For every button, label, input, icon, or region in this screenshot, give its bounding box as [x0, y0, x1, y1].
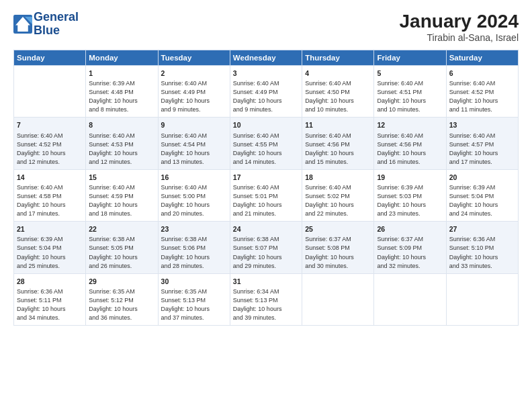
cell-content-line: Sunrise: 6:36 AM [17, 287, 83, 296]
cell-content-line: and 26 minutes. [89, 262, 154, 271]
cell-content-line: and 32 minutes. [377, 262, 443, 271]
cell-content-line: Sunrise: 6:40 AM [233, 183, 299, 192]
calendar-cell: 21Sunrise: 6:39 AMSunset: 5:04 PMDayligh… [14, 222, 86, 273]
calendar-cell [446, 273, 518, 325]
cell-content-line: Sunrise: 6:40 AM [89, 132, 154, 140]
cell-content-line: Daylight: 10 hours [377, 253, 443, 262]
cell-content-line: Sunset: 5:10 PM [449, 244, 515, 253]
cell-content-line: Sunrise: 6:40 AM [449, 79, 515, 88]
cell-content-line: and 33 minutes. [449, 262, 515, 271]
cell-content-line: Daylight: 10 hours [377, 149, 443, 158]
cell-content-line: and 21 minutes. [233, 210, 299, 218]
calendar-cell: 29Sunrise: 6:35 AMSunset: 5:12 PMDayligh… [86, 273, 158, 325]
cell-content-line: and 13 minutes. [161, 158, 227, 167]
cell-content-line: Sunset: 5:04 PM [17, 244, 83, 253]
cell-content-line: Daylight: 10 hours [233, 149, 299, 158]
cell-content-line: Sunrise: 6:40 AM [305, 183, 371, 192]
cell-content-line: Sunrise: 6:40 AM [377, 132, 443, 140]
cell-content-line: and 25 minutes. [17, 262, 83, 271]
calendar-table: SundayMondayTuesdayWednesdayThursdayFrid… [13, 50, 519, 326]
cell-content-line: Daylight: 10 hours [17, 253, 83, 262]
cell-content-line: Sunset: 4:49 PM [233, 88, 299, 97]
cell-content-line: Daylight: 10 hours [377, 201, 443, 210]
cell-content-line: Sunrise: 6:36 AM [449, 235, 515, 244]
calendar-cell: 30Sunrise: 6:35 AMSunset: 5:13 PMDayligh… [158, 273, 230, 325]
cell-content-line: Sunset: 5:13 PM [233, 296, 299, 305]
cell-content-line: Daylight: 10 hours [449, 253, 515, 262]
cell-content-line: Sunset: 5:01 PM [233, 192, 299, 201]
logo-icon [13, 15, 32, 34]
day-number: 10 [233, 120, 299, 130]
day-number: 16 [161, 173, 227, 183]
cell-content-line: Sunrise: 6:37 AM [377, 235, 443, 244]
cell-content-line: Sunrise: 6:40 AM [449, 132, 515, 140]
calendar-cell: 26Sunrise: 6:37 AMSunset: 5:09 PMDayligh… [374, 222, 446, 273]
cell-content-line: Daylight: 10 hours [161, 149, 227, 158]
calendar-cell: 31Sunrise: 6:34 AMSunset: 5:13 PMDayligh… [230, 273, 302, 325]
cell-content-line: Sunset: 5:07 PM [233, 244, 299, 253]
cell-content-line: Sunset: 4:56 PM [305, 140, 371, 149]
cell-content-line: Daylight: 10 hours [449, 201, 515, 210]
calendar-cell: 7Sunrise: 6:40 AMSunset: 4:52 PMDaylight… [14, 118, 86, 169]
cell-content-line: Daylight: 10 hours [17, 305, 83, 314]
day-number: 14 [17, 173, 83, 183]
calendar-cell: 24Sunrise: 6:38 AMSunset: 5:07 PMDayligh… [230, 222, 302, 273]
cell-content-line: and 17 minutes. [449, 158, 515, 167]
cell-content-line: Sunset: 4:59 PM [89, 192, 154, 201]
calendar-cell: 10Sunrise: 6:40 AMSunset: 4:55 PMDayligh… [230, 118, 302, 169]
calendar-cell: 3Sunrise: 6:40 AMSunset: 4:49 PMDaylight… [230, 66, 302, 118]
cell-content-line: Sunset: 5:13 PM [161, 296, 227, 305]
cell-content-line: Sunrise: 6:38 AM [161, 235, 227, 244]
cell-content-line: Daylight: 10 hours [305, 201, 371, 210]
day-number: 30 [161, 277, 227, 287]
cell-content-line: Sunset: 4:53 PM [89, 140, 154, 149]
cell-content-line: Sunrise: 6:40 AM [233, 79, 299, 88]
cell-content-line: and 37 minutes. [161, 314, 227, 322]
calendar-cell: 5Sunrise: 6:40 AMSunset: 4:51 PMDaylight… [374, 66, 446, 118]
cell-content-line: Daylight: 10 hours [89, 305, 154, 314]
cell-content-line: and 36 minutes. [89, 314, 154, 322]
weekday-header-sunday: Sunday [14, 50, 86, 66]
cell-content-line: Sunset: 5:06 PM [161, 244, 227, 253]
day-number: 6 [449, 68, 515, 79]
cell-content-line: and 10 minutes. [305, 105, 371, 114]
day-number: 9 [161, 120, 227, 130]
day-number: 21 [17, 224, 83, 234]
cell-content-line: and 28 minutes. [161, 262, 227, 271]
logo-line2: Blue [34, 24, 79, 38]
cell-content-line: Sunset: 4:50 PM [305, 88, 371, 97]
weekday-header-saturday: Saturday [446, 50, 518, 66]
cell-content-line: Daylight: 10 hours [89, 149, 154, 158]
day-number: 7 [17, 120, 83, 130]
cell-content-line: Sunset: 4:49 PM [161, 88, 227, 97]
cell-content-line: and 20 minutes. [161, 210, 227, 218]
day-number: 23 [161, 224, 227, 234]
day-number: 25 [305, 224, 371, 234]
day-number: 5 [377, 68, 443, 79]
day-number: 13 [449, 120, 515, 130]
cell-content-line: Sunrise: 6:39 AM [89, 79, 154, 88]
cell-content-line: and 8 minutes. [89, 105, 154, 114]
cell-content-line: Sunrise: 6:35 AM [161, 287, 227, 296]
cell-content-line: and 9 minutes. [161, 105, 227, 114]
cell-content-line: Sunset: 5:03 PM [377, 192, 443, 201]
day-number: 24 [233, 224, 299, 234]
cell-content-line: and 12 minutes. [17, 158, 83, 167]
cell-content-line: Sunset: 5:11 PM [17, 296, 83, 305]
cell-content-line: Sunset: 5:05 PM [89, 244, 154, 253]
cell-content-line: Sunrise: 6:37 AM [305, 235, 371, 244]
calendar-week-row: 14Sunrise: 6:40 AMSunset: 4:58 PMDayligh… [14, 169, 519, 221]
weekday-header-thursday: Thursday [302, 50, 374, 66]
calendar-cell: 14Sunrise: 6:40 AMSunset: 4:58 PMDayligh… [14, 169, 86, 221]
day-number: 15 [89, 173, 154, 183]
logo-text: General Blue [34, 11, 79, 38]
calendar-cell: 23Sunrise: 6:38 AMSunset: 5:06 PMDayligh… [158, 222, 230, 273]
calendar-cell: 1Sunrise: 6:39 AMSunset: 4:48 PMDaylight… [86, 66, 158, 118]
cell-content-line: Sunset: 4:57 PM [449, 140, 515, 149]
calendar-cell: 19Sunrise: 6:39 AMSunset: 5:03 PMDayligh… [374, 169, 446, 221]
calendar-cell [302, 273, 374, 325]
cell-content-line: Daylight: 10 hours [17, 201, 83, 210]
cell-content-line: Sunrise: 6:35 AM [89, 287, 154, 296]
cell-content-line: Daylight: 10 hours [89, 253, 154, 262]
cell-content-line: Daylight: 10 hours [305, 149, 371, 158]
